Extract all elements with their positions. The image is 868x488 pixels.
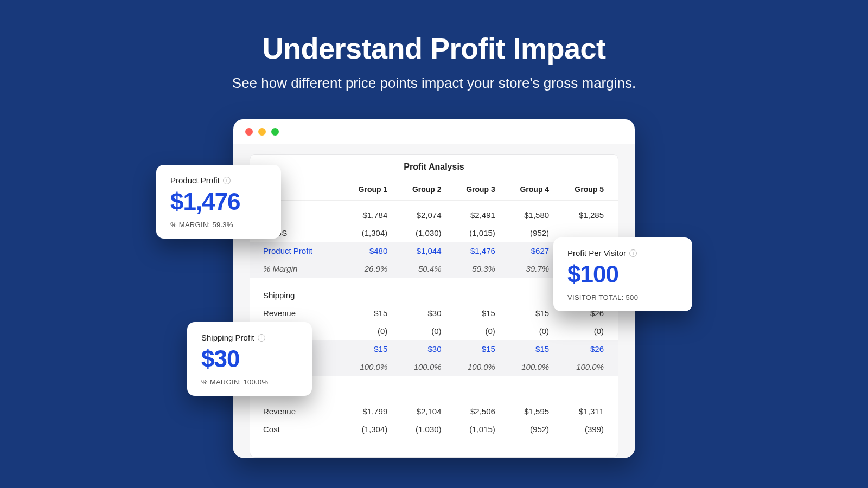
window-titlebar	[233, 119, 635, 144]
page-title: Understand Profit Impact	[0, 31, 868, 65]
col-group-3: Group 3	[450, 181, 504, 201]
col-group-5: Group 5	[558, 181, 618, 201]
table-row: $1,784 $2,074 $2,491 $1,580 $1,285	[250, 206, 618, 224]
metric-sub: VISITOR TOTAL: 500	[567, 293, 678, 301]
metric-value: $30	[201, 345, 298, 373]
table-row	[250, 201, 618, 206]
metric-label: Product Profit	[170, 176, 220, 185]
info-icon[interactable]: i	[258, 334, 265, 342]
col-group-2: Group 2	[396, 181, 450, 201]
info-icon[interactable]: i	[223, 177, 231, 184]
metric-value: $1,476	[170, 188, 267, 215]
metric-value: $100	[567, 261, 678, 288]
metric-label: Profit Per Visitor	[567, 248, 626, 258]
metric-sub: % MARGIN: 100.0%	[201, 378, 298, 386]
metric-card-product-profit: Product Profit i $1,476 % MARGIN: 59.3%	[156, 165, 281, 239]
metric-label: Shipping Profit	[201, 333, 254, 342]
metric-card-profit-per-visitor: Profit Per Visitor i $100 VISITOR TOTAL:…	[553, 237, 692, 311]
close-icon[interactable]	[245, 128, 253, 136]
table-row: Cost (1,304) (1,030) (1,015) (952) (399)	[250, 420, 618, 438]
metric-sub: % MARGIN: 59.3%	[170, 221, 267, 229]
col-group-4: Group 4	[504, 181, 558, 201]
maximize-icon[interactable]	[271, 128, 279, 136]
col-group-1: Group 1	[342, 181, 396, 201]
table-header-row: Group 1 Group 2 Group 3 Group 4 Group 5	[250, 181, 618, 201]
table-row: Revenue $1,799 $2,104 $2,506 $1,595 $1,3…	[250, 402, 618, 420]
card-title: Profit Analysis	[250, 162, 618, 172]
info-icon[interactable]: i	[629, 249, 637, 257]
page-subtitle: See how different price points impact yo…	[0, 75, 868, 92]
minimize-icon[interactable]	[258, 128, 266, 136]
metric-card-shipping-profit: Shipping Profit i $30 % MARGIN: 100.0%	[187, 322, 312, 396]
